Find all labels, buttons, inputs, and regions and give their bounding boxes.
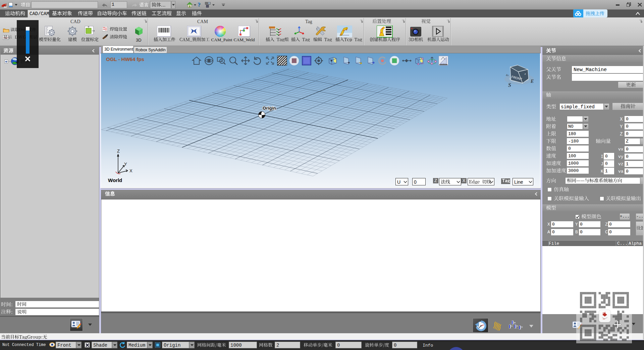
svg-text:4x: 4x xyxy=(506,73,509,77)
svg-text:E: E xyxy=(530,79,534,84)
svg-text:3DF: 3DF xyxy=(603,318,605,320)
svg-text:z: z xyxy=(524,72,526,75)
svg-text:S: S xyxy=(508,82,511,88)
